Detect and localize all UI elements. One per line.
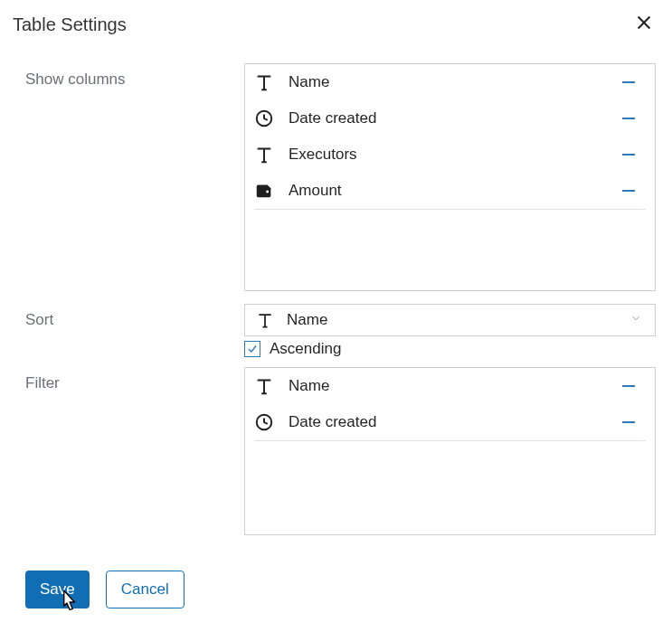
clock-icon [252,410,276,434]
text-icon [252,71,276,94]
remove-icon[interactable] [622,190,635,192]
remove-icon[interactable] [622,118,635,119]
text-icon [254,309,276,331]
show-columns-label: Show columns [13,63,244,89]
close-button[interactable] [632,11,656,38]
divider [254,209,646,210]
column-label: Date created [289,109,376,127]
remove-icon[interactable] [622,81,635,83]
sort-label: Sort [13,304,244,329]
wallet-icon [252,179,276,203]
dialog-title: Table Settings [13,14,127,35]
filter-item-label: Name [289,377,329,395]
sort-field-select[interactable]: Name [244,304,656,336]
filter-item-name[interactable]: Name [245,368,655,404]
remove-icon[interactable] [622,421,635,423]
column-item-executors[interactable]: Executors [245,137,655,173]
ascending-label: Ascending [270,340,341,358]
columns-panel: Name Date created Executors Amount [244,63,656,291]
save-button[interactable]: Save [25,571,90,608]
clock-icon [252,107,276,130]
filters-panel: Name Date created [244,367,656,535]
column-label: Name [289,73,329,91]
column-item-date-created[interactable]: Date created [245,100,655,137]
ascending-checkbox[interactable] [244,341,260,357]
close-icon [634,20,654,35]
sort-field-value: Name [287,311,327,329]
column-item-amount[interactable]: Amount [245,173,655,209]
remove-icon[interactable] [622,154,635,156]
cancel-button[interactable]: Cancel [106,571,185,608]
remove-icon[interactable] [622,385,635,387]
filter-item-date-created[interactable]: Date created [245,404,655,440]
filter-item-label: Date created [289,413,376,431]
text-icon [252,374,276,398]
column-label: Executors [289,146,357,164]
column-label: Amount [289,182,342,200]
text-icon [252,143,276,166]
column-item-name[interactable]: Name [245,64,655,100]
filter-label: Filter [13,367,244,392]
chevron-down-icon [629,312,642,328]
divider [254,440,646,441]
